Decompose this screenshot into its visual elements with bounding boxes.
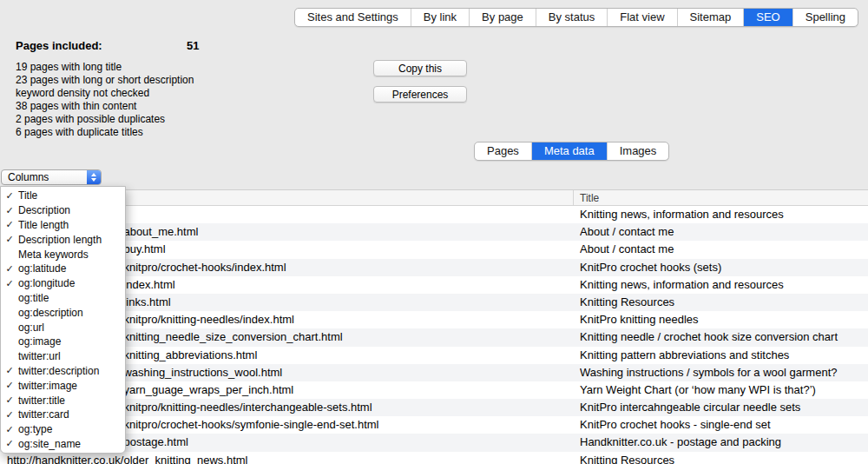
column-divider xyxy=(573,190,574,205)
dropdown-item-twitter-title[interactable]: ✓twitter:title xyxy=(1,393,125,408)
checkmark-icon: ✓ xyxy=(1,380,18,391)
dropdown-item-og-longitude[interactable]: ✓og:longitude xyxy=(1,276,125,291)
dropdown-item-og-image[interactable]: og:image xyxy=(1,335,125,349)
tab-meta-data[interactable]: Meta data xyxy=(531,143,607,160)
dropdown-item-label: og:url xyxy=(18,321,44,334)
columns-dropdown-menu: ✓Title✓Description✓Title length✓Descript… xyxy=(0,186,126,454)
cell-title: Yarn Weight Chart (or ‘how many WPI is t… xyxy=(580,381,868,399)
table-row[interactable]: http://handknitter.co.uk/knitting_needle… xyxy=(0,328,868,346)
cell-title: Knitting pattern abbreviations and stitc… xyxy=(580,347,868,364)
tab-images[interactable]: Images xyxy=(607,143,669,160)
dropdown-item-label: Meta keywords xyxy=(18,249,89,261)
dropdown-item-twitter-description[interactable]: ✓twitter:description xyxy=(1,364,125,379)
checkmark-icon: ✓ xyxy=(1,205,18,216)
tab-seo[interactable]: SEO xyxy=(743,9,792,26)
pages-included-value: 51 xyxy=(187,39,199,52)
dropdown-item-og-site-name[interactable]: ✓og:site_name xyxy=(1,437,125,452)
tab-pages[interactable]: Pages xyxy=(475,143,531,160)
cell-title: Handknitter.co.uk - postage and packing xyxy=(580,434,868,451)
checkmark-icon: ✓ xyxy=(1,263,18,275)
view-tab-bar: PagesMeta dataImages xyxy=(474,142,669,161)
cell-title: Knitting news, information and resources xyxy=(580,276,868,294)
tab-spelling[interactable]: Spelling xyxy=(792,9,858,26)
table-row[interactable]: http://handknitter.co.uk/older_knitting_… xyxy=(0,452,868,464)
checkmark-icon: ✓ xyxy=(1,190,18,202)
tab-sites-and-settings[interactable]: Sites and Settings xyxy=(295,9,411,26)
checkmark-icon: ✓ xyxy=(1,278,18,289)
dropdown-item-twitter-image[interactable]: ✓twitter:image xyxy=(1,378,125,393)
summary-line: keyword density not checked xyxy=(16,87,194,100)
dropdown-item-label: Description length xyxy=(18,234,102,246)
checkmark-icon: ✓ xyxy=(1,409,18,421)
cell-title: About / contact me xyxy=(580,241,868,258)
dropdown-item-label: Description xyxy=(18,204,70,216)
table-body: http://handknitter.co.ukKnitting news, i… xyxy=(0,206,868,464)
dropdown-item-title[interactable]: ✓Title xyxy=(1,189,125,203)
summary-line: 38 pages with thin content xyxy=(16,100,194,113)
dropdown-item-og-latitude[interactable]: ✓og:latitude xyxy=(1,262,125,276)
dropdown-item-title-length[interactable]: ✓Title length xyxy=(1,218,125,233)
table-row[interactable]: http://handknitter.co.uk/knitpro/crochet… xyxy=(0,416,868,434)
summary-lines: 19 pages with long title23 pages with lo… xyxy=(16,61,194,139)
table-row[interactable]: http://handknitter.co.uk/knitting_abbrev… xyxy=(0,347,868,364)
summary-line: 6 pages with duplicate titles xyxy=(16,126,194,139)
cell-title: About / contact me xyxy=(580,223,868,241)
table-row[interactable]: http://handknitter.co.ukKnitting news, i… xyxy=(0,206,868,223)
table-row[interactable]: http://handknitter.co.uk/washing_instruc… xyxy=(0,364,868,381)
tab-by-status[interactable]: By status xyxy=(536,9,607,26)
table-row[interactable]: http://handknitter.co.uk/knitpro/knittin… xyxy=(0,399,868,416)
dropdown-item-twitter-url[interactable]: twitter:url xyxy=(1,349,125,364)
dropdown-item-og-type[interactable]: ✓og:type xyxy=(1,422,125,437)
dropdown-arrows-icon xyxy=(87,170,101,184)
dropdown-item-label: twitter:url xyxy=(18,350,61,362)
dropdown-item-label: twitter:card xyxy=(18,408,69,421)
table-row[interactable]: http://handknitter.co.uk/yarn_guage_wrap… xyxy=(0,381,868,399)
columns-dropdown-button[interactable]: Columns xyxy=(1,169,102,185)
cell-title: Knitting Resources xyxy=(580,452,868,464)
column-header-title[interactable]: Title xyxy=(580,190,599,206)
dropdown-item-og-title[interactable]: og:title xyxy=(1,291,125,306)
checkmark-icon: ✓ xyxy=(1,394,18,406)
main-tab-bar: Sites and SettingsBy linkBy pageBy statu… xyxy=(294,8,858,27)
dropdown-item-description-length[interactable]: ✓Description length xyxy=(1,232,125,247)
dropdown-item-description[interactable]: ✓Description xyxy=(1,203,125,218)
tab-by-link[interactable]: By link xyxy=(411,9,469,26)
dropdown-item-label: Title xyxy=(18,189,37,202)
app-window: Sites and SettingsBy linkBy pageBy statu… xyxy=(0,0,868,464)
columns-dropdown-label: Columns xyxy=(2,170,87,184)
summary-line: 19 pages with long title xyxy=(16,61,194,74)
dropdown-item-label: og:latitude xyxy=(18,262,66,275)
checkmark-icon: ✓ xyxy=(1,438,18,449)
dropdown-item-label: twitter:image xyxy=(18,380,77,392)
copy-this-button[interactable]: Copy this xyxy=(373,60,467,76)
dropdown-item-label: og:site_name xyxy=(18,438,81,450)
dropdown-item-label: og:type xyxy=(18,423,52,435)
table-row[interactable]: http://handknitter.co.uk/buy.htmlAbout /… xyxy=(0,241,868,258)
checkmark-icon: ✓ xyxy=(1,219,18,230)
table-row[interactable]: http://handknitter.co.uk/knitpro/crochet… xyxy=(0,259,868,276)
dropdown-item-og-url[interactable]: og:url xyxy=(1,320,125,335)
tab-flat-view[interactable]: Flat view xyxy=(607,9,676,26)
dropdown-item-label: Title length xyxy=(18,219,69,231)
checkmark-icon: ✓ xyxy=(1,365,18,376)
cell-title: KnitPro crochet hooks - single-end set xyxy=(580,416,868,434)
dropdown-item-label: twitter:title xyxy=(18,394,65,407)
tab-sitemap[interactable]: Sitemap xyxy=(677,9,744,26)
cell-title: Knitting needle / crochet hook size conv… xyxy=(580,328,868,346)
table-row[interactable]: http://handknitter.co.uk/postage.htmlHan… xyxy=(0,434,868,451)
cell-title: KnitPro knitting needles xyxy=(580,311,868,328)
dropdown-item-og-description[interactable]: og:description xyxy=(1,305,125,320)
cell-title: Knitting Resources xyxy=(580,294,868,311)
checkmark-icon: ✓ xyxy=(1,424,18,435)
dropdown-item-label: og:title xyxy=(18,292,49,304)
preferences-button[interactable]: Preferences xyxy=(373,86,467,103)
table-row[interactable]: http://handknitter.co.uk/about_me.htmlAb… xyxy=(0,223,868,241)
tab-by-page[interactable]: By page xyxy=(469,9,536,26)
checkmark-icon: ✓ xyxy=(1,234,18,245)
table-row[interactable]: http://handknitter.co.uk/index.htmlKnitt… xyxy=(0,276,868,294)
table-row[interactable]: http://handknitter.co.uk/links.htmlKnitt… xyxy=(0,294,868,311)
dropdown-item-twitter-card[interactable]: ✓twitter:card xyxy=(1,408,125,422)
table-row[interactable]: http://handknitter.co.uk/knitpro/knittin… xyxy=(0,311,868,328)
dropdown-item-meta-keywords[interactable]: Meta keywords xyxy=(1,247,125,262)
dropdown-item-label: og:longitude xyxy=(18,277,75,289)
